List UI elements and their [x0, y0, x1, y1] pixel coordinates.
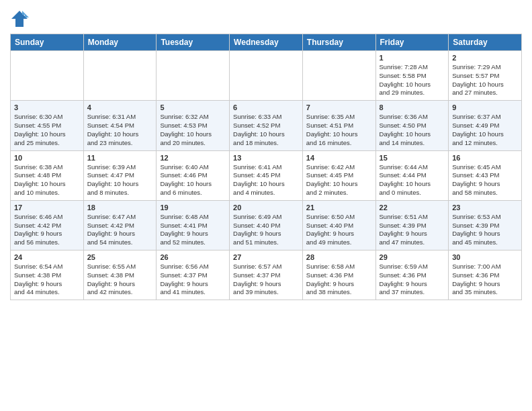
calendar-cell: 25Sunrise: 6:55 AM Sunset: 4:38 PM Dayli…: [83, 250, 157, 300]
day-info: Sunrise: 7:00 AM Sunset: 4:36 PM Dayligh…: [452, 263, 518, 297]
calendar-cell: 13Sunrise: 6:41 AM Sunset: 4:45 PM Dayli…: [230, 150, 303, 200]
day-info: Sunrise: 6:31 AM Sunset: 4:54 PM Dayligh…: [87, 113, 153, 147]
logo-icon: [10, 9, 29, 28]
day-info: Sunrise: 6:50 AM Sunset: 4:40 PM Dayligh…: [306, 213, 372, 247]
day-number: 6: [233, 103, 299, 111]
day-number: 4: [87, 103, 153, 111]
day-number: 2: [452, 54, 518, 62]
calendar-cell: 21Sunrise: 6:50 AM Sunset: 4:40 PM Dayli…: [302, 200, 375, 250]
day-info: Sunrise: 6:32 AM Sunset: 4:53 PM Dayligh…: [160, 113, 226, 147]
day-info: Sunrise: 6:40 AM Sunset: 4:46 PM Dayligh…: [160, 163, 226, 197]
day-info: Sunrise: 6:38 AM Sunset: 4:48 PM Dayligh…: [14, 163, 80, 197]
calendar-cell: 29Sunrise: 6:59 AM Sunset: 4:36 PM Dayli…: [375, 250, 449, 300]
day-info: Sunrise: 6:36 AM Sunset: 4:50 PM Dayligh…: [380, 113, 445, 147]
calendar-cell: 6Sunrise: 6:33 AM Sunset: 4:52 PM Daylig…: [230, 101, 303, 150]
day-number: 17: [14, 203, 80, 212]
day-info: Sunrise: 6:42 AM Sunset: 4:45 PM Dayligh…: [306, 163, 372, 197]
calendar-cell: 14Sunrise: 6:42 AM Sunset: 4:45 PM Dayli…: [302, 150, 375, 200]
day-number: 29: [380, 253, 445, 261]
weekday-header-tuesday: Tuesday: [157, 34, 230, 51]
day-number: 23: [452, 203, 518, 212]
day-number: 3: [14, 103, 80, 111]
calendar-cell: 11Sunrise: 6:39 AM Sunset: 4:47 PM Dayli…: [83, 150, 157, 200]
calendar-cell: 18Sunrise: 6:47 AM Sunset: 4:42 PM Dayli…: [83, 200, 157, 250]
day-number: 14: [306, 154, 372, 162]
calendar-cell: 16Sunrise: 6:45 AM Sunset: 4:43 PM Dayli…: [449, 150, 522, 200]
calendar-cell: 20Sunrise: 6:49 AM Sunset: 4:40 PM Dayli…: [230, 200, 303, 250]
calendar-cell: [11, 51, 84, 101]
day-info: Sunrise: 6:44 AM Sunset: 4:44 PM Dayligh…: [380, 163, 445, 197]
day-number: 12: [160, 154, 226, 162]
day-info: Sunrise: 6:33 AM Sunset: 4:52 PM Dayligh…: [233, 113, 299, 147]
weekday-header-wednesday: Wednesday: [230, 34, 303, 51]
day-info: Sunrise: 6:46 AM Sunset: 4:42 PM Dayligh…: [14, 213, 80, 247]
calendar-cell: 23Sunrise: 6:53 AM Sunset: 4:39 PM Dayli…: [449, 200, 522, 250]
calendar-table: SundayMondayTuesdayWednesdayThursdayFrid…: [10, 34, 522, 300]
calendar-header-row: SundayMondayTuesdayWednesdayThursdayFrid…: [11, 34, 522, 51]
day-number: 20: [233, 203, 299, 212]
calendar-cell: [302, 51, 375, 101]
day-number: 18: [87, 203, 153, 212]
calendar-cell: [230, 51, 303, 101]
calendar-cell: 4Sunrise: 6:31 AM Sunset: 4:54 PM Daylig…: [83, 101, 157, 150]
day-number: 8: [380, 103, 445, 111]
day-info: Sunrise: 6:54 AM Sunset: 4:38 PM Dayligh…: [14, 263, 80, 297]
day-number: 25: [87, 253, 153, 261]
calendar-cell: 8Sunrise: 6:36 AM Sunset: 4:50 PM Daylig…: [375, 101, 449, 150]
calendar-week-1: 1Sunrise: 7:28 AM Sunset: 5:58 PM Daylig…: [11, 51, 522, 101]
calendar-cell: [83, 51, 157, 101]
calendar-week-3: 10Sunrise: 6:38 AM Sunset: 4:48 PM Dayli…: [11, 150, 522, 200]
calendar-cell: 24Sunrise: 6:54 AM Sunset: 4:38 PM Dayli…: [11, 250, 84, 300]
day-info: Sunrise: 7:28 AM Sunset: 5:58 PM Dayligh…: [380, 63, 445, 97]
day-number: 1: [380, 54, 445, 62]
calendar-cell: 10Sunrise: 6:38 AM Sunset: 4:48 PM Dayli…: [11, 150, 84, 200]
calendar-cell: 27Sunrise: 6:57 AM Sunset: 4:37 PM Dayli…: [230, 250, 303, 300]
day-number: 28: [306, 253, 372, 261]
calendar-cell: 2Sunrise: 7:29 AM Sunset: 5:57 PM Daylig…: [449, 51, 522, 101]
day-info: Sunrise: 6:45 AM Sunset: 4:43 PM Dayligh…: [452, 163, 518, 197]
day-number: 22: [380, 203, 445, 212]
day-info: Sunrise: 6:56 AM Sunset: 4:37 PM Dayligh…: [160, 263, 226, 297]
calendar-cell: 1Sunrise: 7:28 AM Sunset: 5:58 PM Daylig…: [375, 51, 449, 101]
svg-marker-0: [11, 11, 28, 27]
calendar-week-4: 17Sunrise: 6:46 AM Sunset: 4:42 PM Dayli…: [11, 200, 522, 250]
day-info: Sunrise: 6:59 AM Sunset: 4:36 PM Dayligh…: [380, 263, 445, 297]
day-number: 16: [452, 154, 518, 162]
day-number: 27: [233, 253, 299, 261]
day-info: Sunrise: 6:55 AM Sunset: 4:38 PM Dayligh…: [87, 263, 153, 297]
day-number: 19: [160, 203, 226, 212]
calendar-week-2: 3Sunrise: 6:30 AM Sunset: 4:55 PM Daylig…: [11, 101, 522, 150]
calendar-cell: 7Sunrise: 6:35 AM Sunset: 4:51 PM Daylig…: [302, 101, 375, 150]
day-number: 15: [380, 154, 445, 162]
calendar-week-5: 24Sunrise: 6:54 AM Sunset: 4:38 PM Dayli…: [11, 250, 522, 300]
logo: [10, 9, 32, 28]
calendar-cell: 26Sunrise: 6:56 AM Sunset: 4:37 PM Dayli…: [157, 250, 230, 300]
calendar-cell: 12Sunrise: 6:40 AM Sunset: 4:46 PM Dayli…: [157, 150, 230, 200]
weekday-header-thursday: Thursday: [302, 34, 375, 51]
day-info: Sunrise: 7:29 AM Sunset: 5:57 PM Dayligh…: [452, 63, 518, 97]
page-header: [10, 7, 522, 28]
weekday-header-sunday: Sunday: [11, 34, 84, 51]
day-info: Sunrise: 6:35 AM Sunset: 4:51 PM Dayligh…: [306, 113, 372, 147]
calendar-cell: [157, 51, 230, 101]
weekday-header-friday: Friday: [375, 34, 449, 51]
day-info: Sunrise: 6:47 AM Sunset: 4:42 PM Dayligh…: [87, 213, 153, 247]
day-number: 7: [306, 103, 372, 111]
day-number: 30: [452, 253, 518, 261]
calendar-cell: 28Sunrise: 6:58 AM Sunset: 4:36 PM Dayli…: [302, 250, 375, 300]
calendar-cell: 3Sunrise: 6:30 AM Sunset: 4:55 PM Daylig…: [11, 101, 84, 150]
day-info: Sunrise: 6:37 AM Sunset: 4:49 PM Dayligh…: [452, 113, 518, 147]
day-number: 5: [160, 103, 226, 111]
day-info: Sunrise: 6:41 AM Sunset: 4:45 PM Dayligh…: [233, 163, 299, 197]
day-info: Sunrise: 6:51 AM Sunset: 4:39 PM Dayligh…: [380, 213, 445, 247]
day-info: Sunrise: 6:39 AM Sunset: 4:47 PM Dayligh…: [87, 163, 153, 197]
calendar-cell: 30Sunrise: 7:00 AM Sunset: 4:36 PM Dayli…: [449, 250, 522, 300]
day-info: Sunrise: 6:53 AM Sunset: 4:39 PM Dayligh…: [452, 213, 518, 247]
day-number: 13: [233, 154, 299, 162]
day-info: Sunrise: 6:30 AM Sunset: 4:55 PM Dayligh…: [14, 113, 80, 147]
calendar-cell: 9Sunrise: 6:37 AM Sunset: 4:49 PM Daylig…: [449, 101, 522, 150]
day-number: 10: [14, 154, 80, 162]
day-info: Sunrise: 6:49 AM Sunset: 4:40 PM Dayligh…: [233, 213, 299, 247]
day-info: Sunrise: 6:57 AM Sunset: 4:37 PM Dayligh…: [233, 263, 299, 297]
day-number: 9: [452, 103, 518, 111]
